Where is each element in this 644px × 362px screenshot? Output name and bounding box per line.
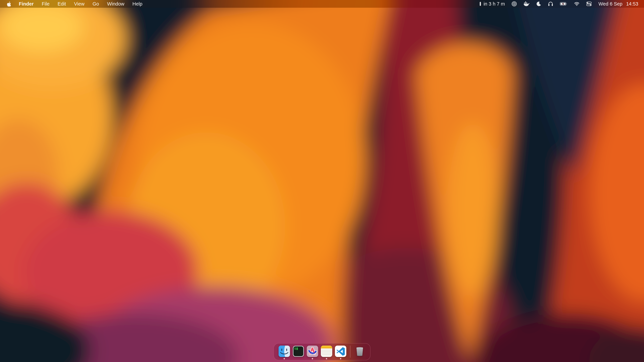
app-menu-finder[interactable]: Finder bbox=[15, 0, 38, 8]
battery-charging-icon bbox=[560, 2, 567, 6]
notes-icon bbox=[321, 346, 332, 357]
wifi-icon bbox=[574, 2, 580, 6]
menu-item-view[interactable]: View bbox=[70, 0, 88, 8]
clock-time: 14:53 bbox=[626, 1, 638, 7]
desktop: { "wallpaper": { "name": "macos-ventura-… bbox=[0, 0, 644, 362]
arc-browser-icon bbox=[307, 346, 318, 357]
timer-pill-icon bbox=[480, 1, 481, 6]
clock-date: Wed 6 Sep bbox=[598, 1, 622, 7]
dock-item-arc[interactable] bbox=[307, 346, 318, 359]
status-wifi[interactable] bbox=[574, 0, 580, 8]
menu-bar-left: Finder File Edit View Go Window Help bbox=[0, 0, 146, 8]
running-indicator bbox=[312, 358, 313, 359]
status-focus-ring[interactable] bbox=[512, 0, 517, 8]
dock-separator bbox=[350, 346, 350, 358]
dock-item-finder[interactable] bbox=[278, 346, 290, 359]
menu-item-help[interactable]: Help bbox=[128, 0, 146, 8]
dock-item-terminal[interactable]: $ bbox=[293, 346, 304, 359]
focus-ring-icon bbox=[512, 1, 517, 6]
apple-icon bbox=[7, 1, 11, 6]
status-focus-moon[interactable] bbox=[536, 0, 541, 8]
timer-label: in 3 h 7 m bbox=[484, 1, 505, 7]
control-center-icon bbox=[586, 2, 592, 6]
menu-item-edit[interactable]: Edit bbox=[54, 0, 70, 8]
dock-item-vscode[interactable] bbox=[335, 346, 346, 359]
running-indicator bbox=[326, 358, 327, 359]
running-indicator bbox=[340, 358, 341, 359]
status-battery[interactable] bbox=[560, 0, 567, 8]
status-headphones[interactable] bbox=[548, 0, 553, 8]
menu-bar-clock[interactable]: Wed 6 Sep 14:53 bbox=[598, 0, 638, 8]
menu-bar-status: in 3 h 7 m bbox=[480, 0, 644, 8]
docker-icon bbox=[524, 1, 530, 6]
trash-icon bbox=[354, 346, 366, 357]
menu-item-go[interactable]: Go bbox=[88, 0, 103, 8]
svg-text:$: $ bbox=[294, 347, 296, 350]
running-indicator bbox=[284, 358, 285, 359]
status-timer[interactable]: in 3 h 7 m bbox=[480, 0, 505, 8]
menu-item-window[interactable]: Window bbox=[103, 0, 128, 8]
menu-item-file[interactable]: File bbox=[38, 0, 54, 8]
vscode-icon bbox=[335, 346, 346, 357]
dock-item-notes[interactable] bbox=[321, 346, 332, 359]
wallpaper-image bbox=[0, 0, 644, 362]
apple-menu[interactable] bbox=[5, 0, 15, 8]
menu-bar: Finder File Edit View Go Window Help in … bbox=[0, 0, 644, 8]
finder-icon bbox=[278, 346, 290, 357]
headphones-icon bbox=[548, 1, 553, 6]
dock-item-trash[interactable] bbox=[354, 346, 366, 359]
status-docker[interactable] bbox=[524, 0, 530, 8]
status-control-center[interactable] bbox=[586, 0, 592, 8]
terminal-icon: $ bbox=[293, 346, 304, 357]
moon-icon bbox=[536, 1, 541, 6]
dock: $ bbox=[274, 343, 370, 360]
